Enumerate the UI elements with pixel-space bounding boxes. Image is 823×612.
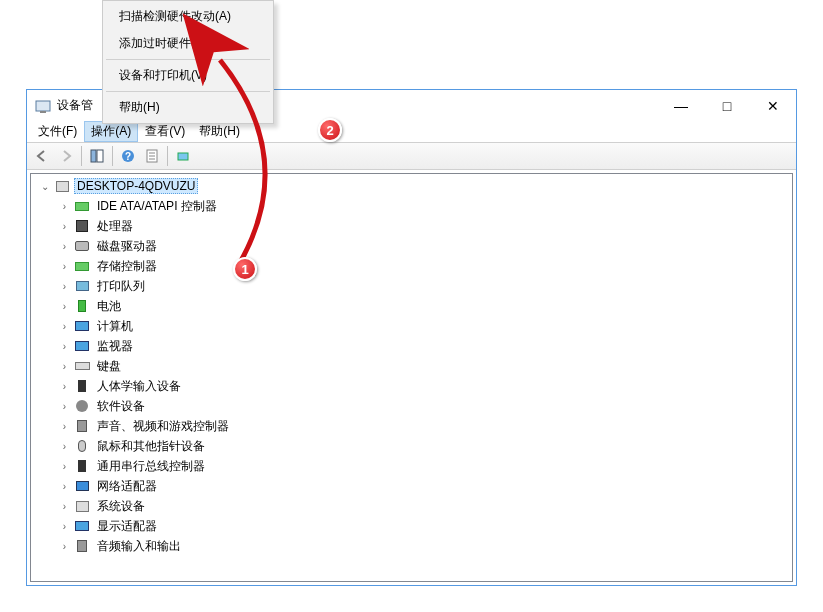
expand-icon[interactable]: › — [57, 281, 72, 292]
battery-icon — [74, 298, 90, 314]
show-hide-tree-button[interactable] — [86, 145, 108, 167]
tree-item-label: 通用串行总线控制器 — [94, 458, 208, 475]
menu-help[interactable]: 帮助(H) — [192, 121, 247, 142]
expand-icon[interactable]: › — [57, 501, 72, 512]
menu-item-devices-and-printers[interactable]: 设备和打印机(V) — [105, 62, 271, 89]
app-icon — [35, 98, 51, 114]
tree-item[interactable]: ›电池 — [31, 296, 792, 316]
speaker-icon — [74, 418, 90, 434]
tree-item[interactable]: ›IDE ATA/ATAPI 控制器 — [31, 196, 792, 216]
menu-view[interactable]: 查看(V) — [138, 121, 192, 142]
expand-icon[interactable]: › — [57, 361, 72, 372]
menu-separator — [106, 91, 270, 92]
device-tree[interactable]: ⌄ DESKTOP-4QDVUZU ›IDE ATA/ATAPI 控制器›处理器… — [30, 173, 793, 582]
pc-icon — [54, 178, 70, 194]
expand-icon[interactable]: › — [57, 401, 72, 412]
disk-icon — [74, 238, 90, 254]
monitor-icon — [74, 518, 90, 534]
maximize-button[interactable]: □ — [704, 90, 750, 121]
pc-icon — [74, 498, 90, 514]
tree-item-label: 鼠标和其他指针设备 — [94, 438, 208, 455]
gear-icon — [74, 398, 90, 414]
svg-text:?: ? — [125, 151, 131, 162]
monitor-icon — [74, 338, 90, 354]
monitor-icon — [74, 318, 90, 334]
svg-rect-10 — [178, 153, 188, 160]
menu-item-help[interactable]: 帮助(H) — [105, 94, 271, 121]
chip-icon — [74, 218, 90, 234]
svg-rect-3 — [97, 150, 103, 162]
menu-item-add-legacy-hardware[interactable]: 添加过时硬件(L) — [105, 30, 271, 57]
scan-hardware-button[interactable] — [172, 145, 194, 167]
tree-item[interactable]: ›声音、视频和游戏控制器 — [31, 416, 792, 436]
tree-item-label: 打印队列 — [94, 278, 148, 295]
svg-rect-1 — [40, 111, 46, 113]
toolbar: ? — [27, 142, 796, 170]
expand-icon[interactable]: › — [57, 381, 72, 392]
collapse-icon[interactable]: ⌄ — [37, 181, 52, 192]
minimize-button[interactable]: — — [658, 90, 704, 121]
tree-item-label: 软件设备 — [94, 398, 148, 415]
tree-item[interactable]: ›显示适配器 — [31, 516, 792, 536]
tree-item-label: 电池 — [94, 298, 124, 315]
tree-item[interactable]: ›计算机 — [31, 316, 792, 336]
menu-item-scan-hardware[interactable]: 扫描检测硬件改动(A) — [105, 3, 271, 30]
tree-item[interactable]: ›网络适配器 — [31, 476, 792, 496]
expand-icon[interactable]: › — [57, 241, 72, 252]
keyboard-icon — [74, 358, 90, 374]
help-button[interactable]: ? — [117, 145, 139, 167]
action-context-menu: 扫描检测硬件改动(A) 添加过时硬件(L) 设备和打印机(V) 帮助(H) — [102, 0, 274, 124]
back-button[interactable] — [31, 145, 53, 167]
forward-button[interactable] — [55, 145, 77, 167]
tree-item[interactable]: ›监视器 — [31, 336, 792, 356]
card-icon — [74, 198, 90, 214]
expand-icon[interactable]: › — [57, 481, 72, 492]
tree-item[interactable]: ›磁盘驱动器 — [31, 236, 792, 256]
expand-icon[interactable]: › — [57, 261, 72, 272]
toolbar-divider — [112, 146, 113, 166]
tree-item-label: 键盘 — [94, 358, 124, 375]
tree-item[interactable]: ›系统设备 — [31, 496, 792, 516]
tree-item[interactable]: ›通用串行总线控制器 — [31, 456, 792, 476]
expand-icon[interactable]: › — [57, 201, 72, 212]
expand-icon[interactable]: › — [57, 441, 72, 452]
tree-item-label: 计算机 — [94, 318, 136, 335]
tree-item[interactable]: ›软件设备 — [31, 396, 792, 416]
tree-item[interactable]: ›存储控制器 — [31, 256, 792, 276]
menu-separator — [106, 59, 270, 60]
mouse-icon — [74, 438, 90, 454]
tree-item-label: 音频输入和输出 — [94, 538, 184, 555]
usb-icon — [74, 458, 90, 474]
menu-action[interactable]: 操作(A) — [84, 121, 138, 142]
tree-root[interactable]: ⌄ DESKTOP-4QDVUZU — [31, 176, 792, 196]
tree-item[interactable]: ›鼠标和其他指针设备 — [31, 436, 792, 456]
menu-file[interactable]: 文件(F) — [31, 121, 84, 142]
tree-root-label[interactable]: DESKTOP-4QDVUZU — [74, 178, 198, 194]
expand-icon[interactable]: › — [57, 341, 72, 352]
expand-icon[interactable]: › — [57, 421, 72, 432]
speaker-icon — [74, 538, 90, 554]
tree-item[interactable]: ›处理器 — [31, 216, 792, 236]
expand-icon[interactable]: › — [57, 301, 72, 312]
tree-item[interactable]: ›键盘 — [31, 356, 792, 376]
tree-item[interactable]: ›音频输入和输出 — [31, 536, 792, 556]
close-button[interactable]: ✕ — [750, 90, 796, 121]
window-controls: — □ ✕ — [658, 90, 796, 121]
expand-icon[interactable]: › — [57, 221, 72, 232]
expand-icon[interactable]: › — [57, 321, 72, 332]
menu-bar: 文件(F) 操作(A) 查看(V) 帮助(H) — [27, 121, 796, 142]
annotation-badge-1: 1 — [233, 257, 257, 281]
tree-item-label: 存储控制器 — [94, 258, 160, 275]
expand-icon[interactable]: › — [57, 541, 72, 552]
tree-item-label: 网络适配器 — [94, 478, 160, 495]
net-icon — [74, 478, 90, 494]
tree-item-label: 磁盘驱动器 — [94, 238, 160, 255]
tree-item[interactable]: ›打印队列 — [31, 276, 792, 296]
expand-icon[interactable]: › — [57, 521, 72, 532]
tree-item[interactable]: ›人体学输入设备 — [31, 376, 792, 396]
card-icon — [74, 258, 90, 274]
toolbar-divider — [167, 146, 168, 166]
tree-item-label: 显示适配器 — [94, 518, 160, 535]
properties-button[interactable] — [141, 145, 163, 167]
expand-icon[interactable]: › — [57, 461, 72, 472]
